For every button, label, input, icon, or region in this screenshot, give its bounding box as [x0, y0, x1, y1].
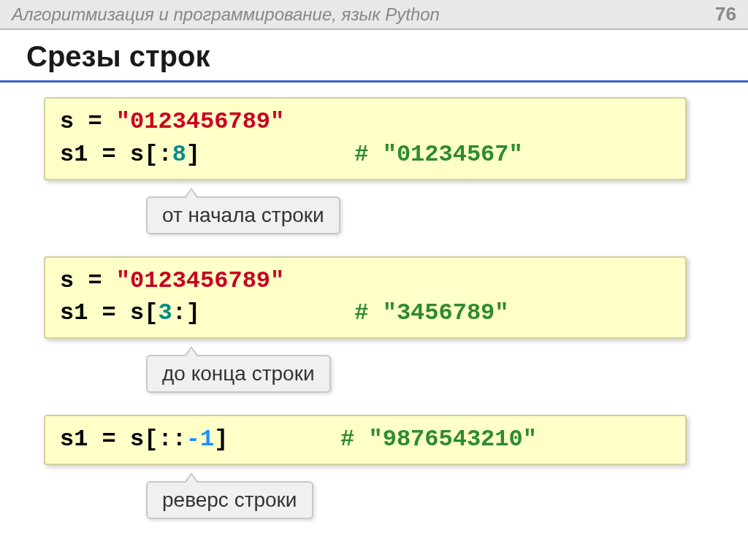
callout-3: реверс строки	[146, 481, 313, 519]
section-1: s = "0123456789" s1 = s[:8] # "01234567"…	[44, 97, 726, 234]
page-number: 76	[715, 3, 736, 26]
section-3: s1 = s[::-1] # "9876543210" реверс строк…	[44, 415, 726, 519]
callout-2: до конца строки	[146, 355, 331, 393]
code-line: s = "0123456789"	[60, 106, 671, 139]
slide-header: Алгоритмизация и программирование, язык …	[0, 0, 748, 30]
code-line: s1 = s[::-1] # "9876543210"	[60, 423, 671, 456]
slide-content: s = "0123456789" s1 = s[:8] # "01234567"…	[0, 83, 748, 519]
code-line: s1 = s[:8] # "01234567"	[60, 139, 671, 172]
callout-1: от начала строки	[146, 196, 340, 234]
section-2: s = "0123456789" s1 = s[3:] # "3456789" …	[44, 256, 726, 394]
code-line: s1 = s[3:] # "3456789"	[60, 297, 671, 330]
code-block-3: s1 = s[::-1] # "9876543210"	[44, 415, 687, 465]
slide-title: Срезы строк	[0, 30, 748, 83]
code-block-2: s = "0123456789" s1 = s[3:] # "3456789"	[44, 256, 687, 340]
breadcrumb: Алгоритмизация и программирование, язык …	[12, 4, 440, 25]
code-block-1: s = "0123456789" s1 = s[:8] # "01234567"	[44, 97, 687, 180]
code-line: s = "0123456789"	[60, 265, 671, 298]
